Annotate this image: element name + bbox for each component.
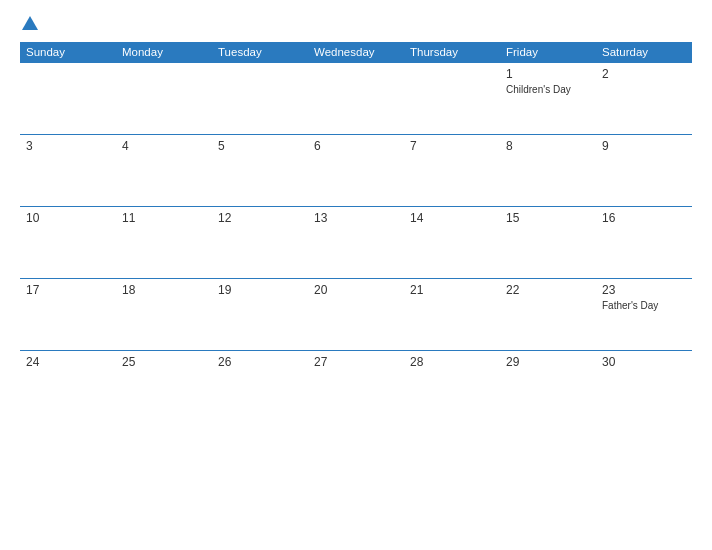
table-row: 15 <box>500 207 596 279</box>
table-row: 17 <box>20 279 116 351</box>
table-row: 29 <box>500 351 596 423</box>
day-number: 30 <box>602 355 686 369</box>
day-number: 28 <box>410 355 494 369</box>
logo <box>20 16 38 32</box>
day-number: 25 <box>122 355 206 369</box>
day-number: 16 <box>602 211 686 225</box>
day-number: 11 <box>122 211 206 225</box>
day-number: 17 <box>26 283 110 297</box>
col-wednesday: Wednesday <box>308 42 404 63</box>
table-row: 19 <box>212 279 308 351</box>
day-number: 9 <box>602 139 686 153</box>
day-number: 24 <box>26 355 110 369</box>
day-number: 2 <box>602 67 686 81</box>
day-number: 20 <box>314 283 398 297</box>
holiday-label: Children's Day <box>506 83 590 96</box>
logo-triangle-icon <box>22 16 38 30</box>
table-row <box>20 63 116 135</box>
day-number: 14 <box>410 211 494 225</box>
table-row: 24 <box>20 351 116 423</box>
day-number: 1 <box>506 67 590 81</box>
col-friday: Friday <box>500 42 596 63</box>
table-row: 12 <box>212 207 308 279</box>
table-row: 10 <box>20 207 116 279</box>
table-row: 3 <box>20 135 116 207</box>
table-row <box>404 63 500 135</box>
calendar-week-row: 24252627282930 <box>20 351 692 423</box>
table-row: 26 <box>212 351 308 423</box>
day-number: 7 <box>410 139 494 153</box>
holiday-label: Father's Day <box>602 299 686 312</box>
day-number: 4 <box>122 139 206 153</box>
calendar-week-row: 3456789 <box>20 135 692 207</box>
table-row <box>308 63 404 135</box>
table-row: 5 <box>212 135 308 207</box>
table-row: 25 <box>116 351 212 423</box>
table-row: 20 <box>308 279 404 351</box>
col-tuesday: Tuesday <box>212 42 308 63</box>
day-number: 29 <box>506 355 590 369</box>
calendar-header-row: Sunday Monday Tuesday Wednesday Thursday… <box>20 42 692 63</box>
table-row: 16 <box>596 207 692 279</box>
day-number: 26 <box>218 355 302 369</box>
table-row: 7 <box>404 135 500 207</box>
col-sunday: Sunday <box>20 42 116 63</box>
col-saturday: Saturday <box>596 42 692 63</box>
table-row <box>116 63 212 135</box>
day-number: 6 <box>314 139 398 153</box>
table-row: 28 <box>404 351 500 423</box>
table-row: 2 <box>596 63 692 135</box>
day-number: 13 <box>314 211 398 225</box>
header <box>20 16 692 32</box>
col-thursday: Thursday <box>404 42 500 63</box>
day-number: 27 <box>314 355 398 369</box>
table-row: 22 <box>500 279 596 351</box>
calendar-week-row: 17181920212223Father's Day <box>20 279 692 351</box>
day-number: 10 <box>26 211 110 225</box>
calendar-table: Sunday Monday Tuesday Wednesday Thursday… <box>20 42 692 423</box>
col-monday: Monday <box>116 42 212 63</box>
day-number: 18 <box>122 283 206 297</box>
day-number: 12 <box>218 211 302 225</box>
table-row: 14 <box>404 207 500 279</box>
table-row: 21 <box>404 279 500 351</box>
table-row: 13 <box>308 207 404 279</box>
day-number: 5 <box>218 139 302 153</box>
calendar-week-row: 10111213141516 <box>20 207 692 279</box>
calendar-page: Sunday Monday Tuesday Wednesday Thursday… <box>0 0 712 550</box>
table-row: 8 <box>500 135 596 207</box>
table-row: 1Children's Day <box>500 63 596 135</box>
day-number: 22 <box>506 283 590 297</box>
day-number: 21 <box>410 283 494 297</box>
day-number: 3 <box>26 139 110 153</box>
day-number: 8 <box>506 139 590 153</box>
table-row: 23Father's Day <box>596 279 692 351</box>
day-number: 19 <box>218 283 302 297</box>
table-row: 6 <box>308 135 404 207</box>
day-number: 15 <box>506 211 590 225</box>
table-row: 27 <box>308 351 404 423</box>
table-row: 9 <box>596 135 692 207</box>
table-row: 30 <box>596 351 692 423</box>
table-row: 11 <box>116 207 212 279</box>
logo-text <box>20 16 38 32</box>
calendar-week-row: 1Children's Day2 <box>20 63 692 135</box>
table-row: 18 <box>116 279 212 351</box>
table-row <box>212 63 308 135</box>
day-number: 23 <box>602 283 686 297</box>
logo-row1 <box>20 16 38 32</box>
table-row: 4 <box>116 135 212 207</box>
